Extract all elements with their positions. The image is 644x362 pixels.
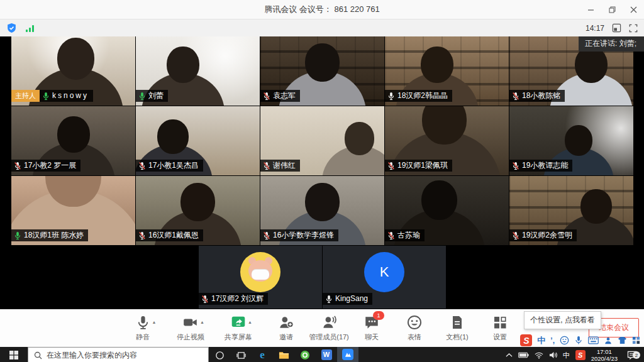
- title-bar: 腾讯会议 会议号： 861 220 761: [0, 0, 644, 19]
- mic-muted-icon: [263, 162, 270, 170]
- person-head: [157, 119, 188, 154]
- share-screen-button[interactable]: ▲ 共享屏幕: [220, 314, 257, 342]
- ime-skin-icon[interactable]: [618, 336, 627, 344]
- settings-button[interactable]: 设置: [482, 314, 518, 342]
- person-head: [421, 47, 453, 83]
- mic-icon: [42, 92, 50, 101]
- participant-name: 17小教1吴杰昌: [146, 160, 203, 172]
- ime-punctuation-icon[interactable]: ’,: [550, 336, 555, 345]
- participant-name: 16小学数学李煜锋: [270, 230, 338, 241]
- participant-tile[interactable]: 古苏瑜: [385, 176, 509, 245]
- system-tray: 中 S 17:01 2020/4/23 2: [506, 347, 644, 362]
- video-grid-area: 正在讲话: 刘蕾; 主持人ksnowy刘蕾袁志军18汉师2韩晶晶18小教陈铭17…: [0, 36, 644, 309]
- manage-members-button[interactable]: 管理成员(17): [311, 314, 347, 342]
- ime-profile-icon[interactable]: [604, 336, 613, 345]
- participant-tile[interactable]: 17小教1吴杰昌: [136, 106, 260, 175]
- meeting-toolbar: ▲ 静音 ▲ 停止视频 ▲ 共享屏幕 邀请 管理成员(17) 1 聊天: [0, 309, 644, 347]
- participant-tile[interactable]: 袁志军: [260, 36, 384, 106]
- participant-label: 谢伟红: [260, 160, 300, 172]
- mic-muted-icon: [138, 231, 146, 240]
- tencent-meeting-taskbar-icon[interactable]: [337, 347, 358, 362]
- sogou-ime-bar[interactable]: S 中 ’,: [520, 334, 640, 346]
- task-view-button[interactable]: [230, 347, 252, 362]
- sogou-logo-icon[interactable]: S: [520, 334, 532, 346]
- stop-video-button[interactable]: ▲ 停止视频: [172, 314, 209, 342]
- participant-tile[interactable]: 谢伟红: [260, 106, 384, 175]
- participant-label: 刘蕾: [136, 90, 168, 102]
- person-head: [421, 180, 457, 221]
- ime-keyboard-icon[interactable]: [588, 336, 599, 344]
- fullscreen-icon[interactable]: [629, 24, 638, 33]
- tray-sogou-icon[interactable]: S: [575, 350, 586, 360]
- action-center-button[interactable]: 2: [623, 351, 641, 359]
- cortana-button[interactable]: [209, 347, 230, 362]
- security-shield-icon[interactable]: [6, 23, 17, 33]
- invite-person-icon: [278, 314, 294, 331]
- person-head: [305, 43, 340, 82]
- edge-taskbar-icon[interactable]: e: [252, 347, 273, 362]
- participant-tile[interactable]: 刘蕾: [136, 36, 260, 106]
- wifi-icon[interactable]: [535, 352, 543, 359]
- participant-label: 17小教2 罗一展: [11, 160, 80, 172]
- battery-icon[interactable]: [518, 352, 529, 358]
- host-badge: 主持人: [11, 90, 40, 102]
- volume-icon[interactable]: [549, 351, 557, 359]
- person-head: [580, 189, 611, 224]
- 360-browser-icon[interactable]: [294, 347, 316, 362]
- participant-name: 18小教陈铭: [519, 90, 565, 102]
- participant-tile[interactable]: 16小学数学李煜锋: [260, 176, 384, 245]
- participant-name: 19汉师1梁佩琪: [395, 160, 452, 172]
- participant-tile[interactable]: 18汉师1班 陈水婷: [11, 176, 135, 245]
- taskbar-clock[interactable]: 17:01 2020/4/23: [591, 348, 618, 362]
- mic-muted-icon: [512, 92, 519, 101]
- search-input[interactable]: 在这里输入你要搜索的内容: [28, 347, 209, 362]
- participant-grid: 主持人ksnowy刘蕾袁志军18汉师2韩晶晶18小教陈铭17小教2 罗一展17小…: [11, 36, 633, 245]
- participant-tile[interactable]: 17汉师2 刘汉辉: [199, 246, 322, 309]
- tray-ime-indicator[interactable]: 中: [563, 351, 570, 360]
- invite-button[interactable]: 邀请: [268, 314, 304, 342]
- layout-switch-icon[interactable]: [612, 23, 621, 33]
- participant-tile[interactable]: 19汉师1梁佩琪: [385, 106, 509, 175]
- ime-toolbox-icon[interactable]: [632, 336, 640, 344]
- participant-tile[interactable]: 主持人ksnowy: [11, 36, 135, 106]
- wps-taskbar-icon[interactable]: W: [316, 347, 337, 362]
- participant-tile[interactable]: 19汉师2余雪明: [509, 176, 633, 245]
- participant-name: 16汉师1戴佩恩: [146, 230, 203, 241]
- emoji-button[interactable]: 表情: [396, 314, 433, 342]
- participant-tile[interactable]: 17小教2 罗一展: [11, 106, 135, 175]
- documents-button[interactable]: 文档(1): [439, 314, 475, 342]
- person-head: [57, 38, 95, 80]
- members-icon: [321, 314, 337, 331]
- share-options-caret[interactable]: ▲: [248, 320, 252, 324]
- person-head: [180, 183, 215, 221]
- mic-muted-icon: [201, 295, 209, 304]
- tray-expand-icon[interactable]: [506, 353, 513, 358]
- chat-button[interactable]: 1 聊天: [353, 314, 390, 342]
- participant-tile[interactable]: 19小教谭志能: [509, 106, 633, 175]
- start-button[interactable]: [0, 347, 28, 362]
- participant-label: 17汉师2 刘汉辉: [199, 293, 268, 305]
- mic-muted-icon: [14, 162, 21, 170]
- file-explorer-icon[interactable]: [273, 347, 294, 362]
- mic-options-caret[interactable]: ▲: [152, 320, 157, 324]
- mute-button[interactable]: ▲ 静音: [125, 314, 161, 342]
- mic-icon: [325, 295, 333, 304]
- smiley-icon: [406, 314, 423, 331]
- avatar: [240, 252, 280, 292]
- settings-grid-icon: [492, 315, 508, 330]
- personalize-tooltip[interactable]: 个性设置, 点我看看: [524, 311, 601, 329]
- restore-button[interactable]: [601, 0, 623, 19]
- minimize-button[interactable]: [580, 0, 601, 19]
- document-icon: [450, 315, 465, 330]
- participant-tile[interactable]: KKingSang: [323, 246, 446, 309]
- ime-voice-icon[interactable]: [574, 336, 583, 345]
- participant-label: 19汉师2余雪明: [509, 229, 577, 241]
- close-icon[interactable]: [623, 0, 644, 19]
- ime-emoji-icon[interactable]: [560, 336, 569, 345]
- participant-tile[interactable]: 16汉师1戴佩恩: [136, 176, 260, 245]
- window-title: 腾讯会议 会议号： 861 220 761: [0, 4, 644, 15]
- participant-name: 17汉师2 刘汉辉: [209, 293, 268, 305]
- ime-mode-indicator[interactable]: 中: [537, 335, 545, 346]
- video-options-caret[interactable]: ▲: [200, 320, 204, 324]
- participant-tile[interactable]: 18汉师2韩晶晶: [385, 36, 509, 106]
